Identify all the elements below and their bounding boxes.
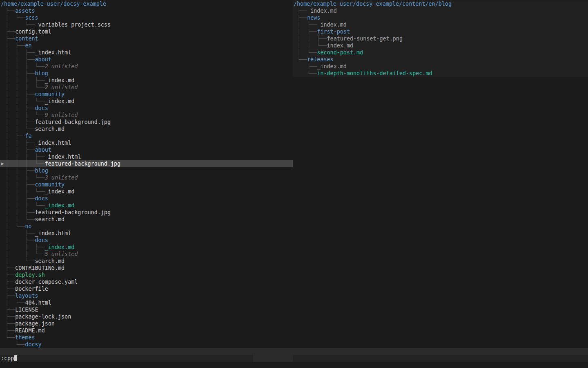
entry-name: blog (35, 70, 48, 76)
entry-name: deploy.sh (15, 272, 45, 278)
tree-row[interactable]: ├──news (293, 14, 588, 21)
tree-row[interactable]: ├──layouts (0, 292, 293, 299)
tree-row[interactable]: │ └──404.html (0, 299, 293, 306)
tree-row[interactable]: ├──LICENSE (0, 306, 293, 313)
tree-row[interactable]: └──themes (0, 334, 293, 341)
tree-row[interactable]: ├──package.json (0, 320, 293, 327)
entry-name: package-lock.json (15, 314, 71, 320)
tree-row[interactable]: │ │ └──5 unlisted (0, 251, 293, 258)
tree-row[interactable]: │ ├──en (0, 42, 293, 49)
command-input[interactable]: :cpp (0, 355, 588, 362)
entry-name: featured-background.jpg (35, 209, 111, 215)
entry-name: 3 unlisted (45, 175, 78, 181)
tree-row[interactable]: ├──_index.md (293, 7, 588, 14)
tree-branch: │ │ ├── (5, 119, 35, 125)
tree-row[interactable]: │ │ ├──community (0, 91, 293, 98)
tree-row[interactable]: │ ├──docs (0, 237, 293, 244)
tree-row[interactable]: │ │ ├──blog (0, 70, 293, 77)
tree-row[interactable]: ├──Dockerfile (0, 285, 293, 292)
tree-branch: ├── (5, 293, 15, 299)
tree-row[interactable]: │ │ │ └──_index.md (0, 202, 293, 209)
tree-row[interactable]: │ ├──first-post (293, 28, 588, 35)
tree-branch: ├── (5, 29, 15, 35)
tree-row[interactable]: │ └──no (0, 223, 293, 230)
tree-row[interactable]: │ │ │ └──2 unlisted (0, 84, 293, 91)
tree-row[interactable]: ├──config.toml (0, 28, 293, 35)
tree-row[interactable]: ├──content (0, 35, 293, 42)
entry-name: docs (35, 105, 48, 111)
tree-branch: └── (5, 334, 15, 341)
left-tree-panel: /home/example-user/docsy-example ├──asse… (0, 0, 293, 348)
tree-row[interactable]: │ ├──fa (0, 132, 293, 139)
entry-name: community (35, 182, 65, 188)
tree-row[interactable]: │ │ │ └──_index.md (0, 188, 293, 195)
panel-flags: h:n gi:y (253, 355, 293, 362)
tree-row[interactable]: │ │ └──search.md (0, 216, 293, 223)
tree-row[interactable]: │ └──second-post.md (293, 49, 588, 56)
tree-row[interactable]: │ │ │ └──2 unlisted (0, 63, 293, 70)
tree-branch: │ │ ├── (5, 49, 35, 56)
tree-row[interactable]: │ │ ├──_index.html (0, 49, 293, 56)
tree-row[interactable]: ├──docker-compose.yaml (0, 278, 293, 285)
tree-row[interactable]: └──releases (293, 56, 588, 63)
tree-branch: │ │ ├── (5, 70, 35, 76)
entry-name: about (35, 56, 51, 63)
tree-row[interactable]: │ │ ├──docs (0, 105, 293, 112)
tree-branch: │ ├── (5, 237, 35, 243)
tree-branch: │ │ ├── (5, 56, 35, 63)
entry-name: _index.md (45, 244, 75, 250)
entry-name: featured-sunset-get.png (327, 36, 403, 42)
entry-name: _index.html (35, 49, 71, 56)
entry-name: docs (35, 195, 48, 202)
tree-row[interactable]: │ │ ├──about (0, 146, 293, 153)
tree-row[interactable]: │ │ └──search.md (0, 126, 293, 132)
tree-row[interactable]: ▶│ │ │ └──featured-background.jpg (0, 160, 293, 167)
tree-row[interactable]: │ │ ├──featured-background.jpg (0, 209, 293, 216)
tree-row[interactable]: │ │ ├──community (0, 181, 293, 188)
entry-name: layouts (15, 293, 38, 299)
tree-row[interactable]: └──docsy (0, 341, 293, 348)
tree-row[interactable]: │ │ ├──featured-sunset-get.png (293, 35, 588, 42)
tree-row[interactable]: │ │ ├──about (0, 56, 293, 63)
entry-name: _index.md (45, 202, 75, 209)
entry-name: _index.html (45, 154, 81, 160)
tree-row[interactable]: ├──assets (0, 7, 293, 14)
tree-row[interactable]: │ │ ├──docs (0, 195, 293, 202)
tree-row[interactable]: │ │ ├──_index.md (0, 244, 293, 251)
tree-row[interactable]: │ │ │ └──_index.md (0, 98, 293, 105)
tree-branch: ├── (5, 272, 15, 278)
command-input-text: :cpp (1, 355, 14, 361)
tree-row[interactable]: │ └──_variables_project.scss (0, 21, 293, 28)
entry-name: docsy (25, 341, 41, 348)
tree-row[interactable]: │ │ │ └──3 unlisted (0, 174, 293, 181)
tree-row[interactable]: │ │ │ ├──_index.md (0, 77, 293, 84)
tree-row[interactable]: ├──package-lock.json (0, 313, 293, 320)
tree-row[interactable]: │ └──scss (0, 14, 293, 21)
tree-row[interactable]: │ └──search.md (0, 258, 293, 265)
tree-branch: │ ├── (297, 22, 317, 28)
tree-row[interactable]: │ │ │ └──9 unlisted (0, 112, 293, 119)
tree-row[interactable]: ├──CONTRIBUTING.md (0, 265, 293, 272)
entry-name: LICENSE (15, 307, 38, 313)
tree-branch: │ │ │ ├── (5, 154, 45, 160)
text-cursor (14, 355, 17, 361)
tree-row[interactable]: │ │ ├──_index.html (0, 139, 293, 146)
tree-row[interactable]: │ ├──_index.md (293, 21, 588, 28)
tree-branch: │ ├── (5, 133, 25, 139)
tree-row[interactable]: ├──_index.md (293, 63, 588, 70)
tree-row[interactable]: │ │ │ ├──_index.html (0, 153, 293, 160)
entry-name: 2 unlisted (45, 84, 78, 90)
tree-branch: │ │ │ └── (5, 98, 45, 104)
tree-row[interactable]: ├──README.md (0, 327, 293, 334)
tree-branch: │ ├── (297, 29, 317, 35)
tree-row[interactable]: │ │ ├──blog (0, 167, 293, 174)
tree-branch: ├── (5, 328, 15, 334)
tree-row[interactable]: ├──deploy.sh (0, 272, 293, 278)
tree-row[interactable]: └──in-depth-monoliths-detailed-spec.md (293, 70, 588, 77)
tree-row[interactable]: │ │ ├──featured-background.jpg (0, 119, 293, 126)
tree-row[interactable]: │ │ └──index.md (293, 42, 588, 49)
tree-row[interactable]: │ ├──_index.html (0, 230, 293, 237)
entry-name: 5 unlisted (45, 251, 78, 257)
entry-name: _index.md (45, 98, 75, 104)
entry-name: package.json (15, 321, 55, 327)
